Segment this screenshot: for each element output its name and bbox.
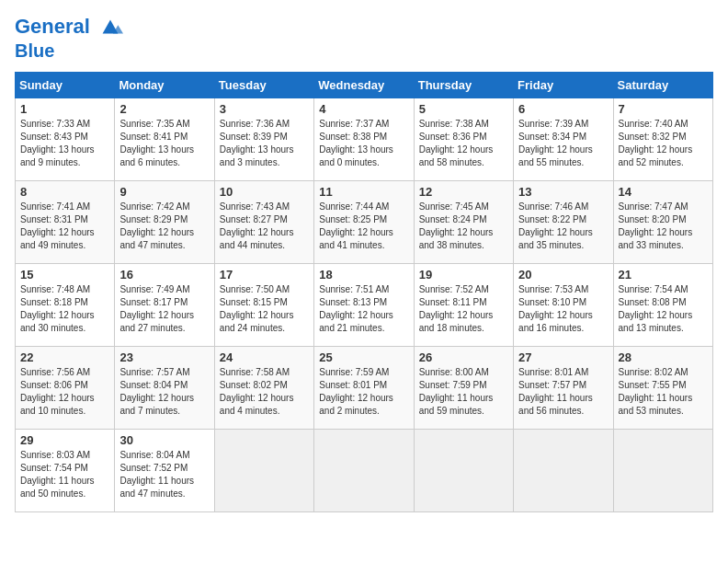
calendar-cell: 21Sunrise: 7:54 AMSunset: 8:08 PMDayligh… (613, 264, 712, 347)
day-number: 17 (220, 268, 309, 282)
day-info: Sunrise: 8:02 AMSunset: 7:55 PMDaylight:… (619, 366, 708, 418)
calendar-cell (613, 430, 712, 512)
calendar-week-2: 8Sunrise: 7:41 AMSunset: 8:31 PMDaylight… (16, 181, 713, 264)
day-number: 13 (518, 185, 608, 199)
calendar-header-row: SundayMondayTuesdayWednesdayThursdayFrid… (16, 73, 713, 98)
day-info: Sunrise: 7:44 AMSunset: 8:25 PMDaylight:… (319, 201, 408, 252)
column-header-tuesday: Tuesday (214, 73, 313, 98)
day-info: Sunrise: 7:45 AMSunset: 8:24 PMDaylight:… (419, 201, 508, 252)
day-number: 8 (20, 185, 109, 199)
day-info: Sunrise: 7:48 AMSunset: 8:18 PMDaylight:… (20, 283, 109, 335)
calendar-cell: 19Sunrise: 7:52 AMSunset: 8:11 PMDayligh… (414, 264, 513, 347)
day-number: 15 (20, 268, 109, 282)
calendar-cell: 26Sunrise: 8:00 AMSunset: 7:59 PMDayligh… (414, 347, 513, 430)
day-info: Sunrise: 7:50 AMSunset: 8:15 PMDaylight:… (220, 283, 309, 335)
day-info: Sunrise: 7:54 AMSunset: 8:08 PMDaylight:… (619, 283, 708, 335)
calendar-cell: 28Sunrise: 8:02 AMSunset: 7:55 PMDayligh… (613, 347, 712, 430)
calendar-cell: 16Sunrise: 7:49 AMSunset: 8:17 PMDayligh… (115, 264, 214, 347)
day-number: 7 (619, 102, 708, 116)
calendar-cell: 1Sunrise: 7:33 AMSunset: 8:43 PMDaylight… (16, 98, 115, 181)
calendar-cell (414, 430, 513, 512)
day-number: 3 (220, 102, 309, 116)
day-info: Sunrise: 7:51 AMSunset: 8:13 PMDaylight:… (319, 283, 408, 335)
calendar-cell: 3Sunrise: 7:36 AMSunset: 8:39 PMDaylight… (214, 98, 313, 181)
day-number: 26 (419, 350, 508, 364)
day-info: Sunrise: 7:33 AMSunset: 8:43 PMDaylight:… (20, 118, 109, 169)
logo-text: General (15, 15, 123, 40)
day-info: Sunrise: 7:56 AMSunset: 8:06 PMDaylight:… (20, 366, 109, 418)
calendar-cell: 14Sunrise: 7:47 AMSunset: 8:20 PMDayligh… (613, 181, 712, 264)
calendar-cell: 24Sunrise: 7:58 AMSunset: 8:02 PMDayligh… (214, 347, 313, 430)
column-header-friday: Friday (514, 73, 613, 98)
day-number: 11 (319, 185, 408, 199)
day-number: 14 (619, 185, 708, 199)
day-info: Sunrise: 7:38 AMSunset: 8:36 PMDaylight:… (419, 118, 508, 169)
day-number: 5 (419, 102, 508, 116)
column-header-sunday: Sunday (16, 73, 115, 98)
calendar-cell: 22Sunrise: 7:56 AMSunset: 8:06 PMDayligh… (16, 347, 115, 430)
calendar-cell: 9Sunrise: 7:42 AMSunset: 8:29 PMDaylight… (115, 181, 214, 264)
day-info: Sunrise: 8:03 AMSunset: 7:54 PMDaylight:… (20, 449, 109, 500)
column-header-thursday: Thursday (414, 73, 513, 98)
day-info: Sunrise: 7:40 AMSunset: 8:32 PMDaylight:… (619, 118, 708, 169)
day-number: 25 (319, 350, 408, 364)
calendar-cell: 6Sunrise: 7:39 AMSunset: 8:34 PMDaylight… (514, 98, 613, 181)
calendar-cell: 18Sunrise: 7:51 AMSunset: 8:13 PMDayligh… (314, 264, 414, 347)
day-info: Sunrise: 7:52 AMSunset: 8:11 PMDaylight:… (419, 283, 508, 335)
day-number: 29 (20, 433, 109, 447)
day-info: Sunrise: 7:49 AMSunset: 8:17 PMDaylight:… (119, 283, 209, 335)
day-number: 12 (419, 185, 508, 199)
day-info: Sunrise: 8:04 AMSunset: 7:52 PMDaylight:… (119, 449, 209, 500)
calendar-cell: 15Sunrise: 7:48 AMSunset: 8:18 PMDayligh… (16, 264, 115, 347)
calendar-cell: 17Sunrise: 7:50 AMSunset: 8:15 PMDayligh… (214, 264, 313, 347)
calendar-cell: 30Sunrise: 8:04 AMSunset: 7:52 PMDayligh… (115, 430, 214, 512)
calendar-week-4: 22Sunrise: 7:56 AMSunset: 8:06 PMDayligh… (16, 347, 713, 430)
day-info: Sunrise: 7:35 AMSunset: 8:41 PMDaylight:… (119, 118, 209, 169)
calendar-cell: 27Sunrise: 8:01 AMSunset: 7:57 PMDayligh… (514, 347, 613, 430)
day-info: Sunrise: 7:57 AMSunset: 8:04 PMDaylight:… (119, 366, 209, 418)
calendar-cell (314, 430, 414, 512)
calendar-cell: 23Sunrise: 7:57 AMSunset: 8:04 PMDayligh… (115, 347, 214, 430)
calendar-cell (514, 430, 613, 512)
day-info: Sunrise: 7:39 AMSunset: 8:34 PMDaylight:… (518, 118, 608, 169)
day-number: 2 (119, 102, 209, 116)
calendar-body: 1Sunrise: 7:33 AMSunset: 8:43 PMDaylight… (16, 98, 713, 512)
day-info: Sunrise: 7:46 AMSunset: 8:22 PMDaylight:… (518, 201, 608, 252)
day-info: Sunrise: 8:01 AMSunset: 7:57 PMDaylight:… (518, 366, 608, 418)
column-header-monday: Monday (115, 73, 214, 98)
day-number: 21 (619, 268, 708, 282)
day-number: 30 (119, 433, 209, 447)
calendar-cell: 29Sunrise: 8:03 AMSunset: 7:54 PMDayligh… (16, 430, 115, 512)
day-info: Sunrise: 7:53 AMSunset: 8:10 PMDaylight:… (518, 283, 608, 335)
calendar-week-1: 1Sunrise: 7:33 AMSunset: 8:43 PMDaylight… (16, 98, 713, 181)
calendar-week-3: 15Sunrise: 7:48 AMSunset: 8:18 PMDayligh… (16, 264, 713, 347)
day-number: 1 (20, 102, 109, 116)
calendar-cell: 12Sunrise: 7:45 AMSunset: 8:24 PMDayligh… (414, 181, 513, 264)
day-number: 28 (619, 350, 708, 364)
day-number: 20 (518, 268, 608, 282)
day-info: Sunrise: 7:42 AMSunset: 8:29 PMDaylight:… (119, 201, 209, 252)
calendar-cell (214, 430, 313, 512)
calendar-cell: 25Sunrise: 7:59 AMSunset: 8:01 PMDayligh… (314, 347, 414, 430)
column-header-saturday: Saturday (613, 73, 712, 98)
day-info: Sunrise: 7:59 AMSunset: 8:01 PMDaylight:… (319, 366, 408, 418)
calendar-cell: 7Sunrise: 7:40 AMSunset: 8:32 PMDaylight… (613, 98, 712, 181)
day-info: Sunrise: 7:47 AMSunset: 8:20 PMDaylight:… (619, 201, 708, 252)
day-number: 22 (20, 350, 109, 364)
day-number: 10 (220, 185, 309, 199)
day-info: Sunrise: 7:58 AMSunset: 8:02 PMDaylight:… (220, 366, 309, 418)
day-info: Sunrise: 7:43 AMSunset: 8:27 PMDaylight:… (220, 201, 309, 252)
day-number: 9 (119, 185, 209, 199)
calendar-cell: 8Sunrise: 7:41 AMSunset: 8:31 PMDaylight… (16, 181, 115, 264)
logo: General Blue (15, 15, 123, 61)
day-number: 19 (419, 268, 508, 282)
day-info: Sunrise: 7:37 AMSunset: 8:38 PMDaylight:… (319, 118, 408, 169)
calendar-cell: 20Sunrise: 7:53 AMSunset: 8:10 PMDayligh… (514, 264, 613, 347)
day-number: 23 (119, 350, 209, 364)
calendar-cell: 13Sunrise: 7:46 AMSunset: 8:22 PMDayligh… (514, 181, 613, 264)
day-number: 24 (220, 350, 309, 364)
day-number: 6 (518, 102, 608, 116)
day-info: Sunrise: 8:00 AMSunset: 7:59 PMDaylight:… (419, 366, 508, 418)
page-header: General Blue (15, 15, 713, 61)
column-header-wednesday: Wednesday (314, 73, 414, 98)
